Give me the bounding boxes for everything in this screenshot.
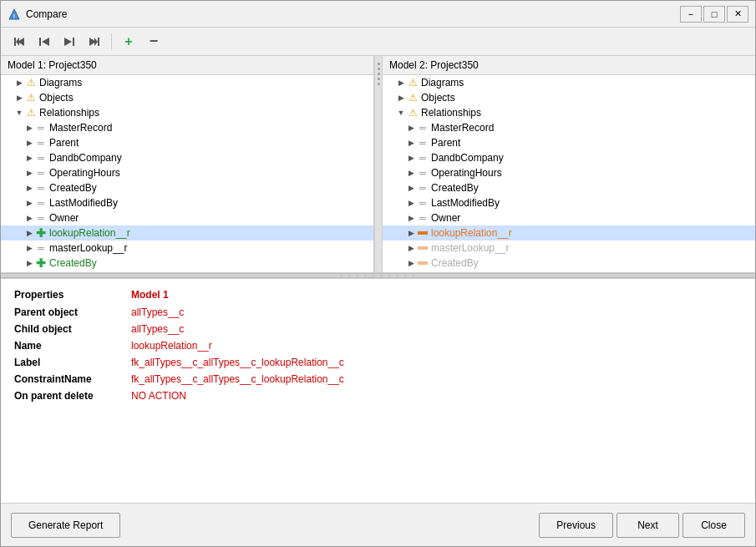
- close-button[interactable]: ✕: [727, 6, 748, 23]
- right-lookuprelation[interactable]: lookupRelation__r: [383, 225, 755, 241]
- left-masterlookup[interactable]: ═ masterLookup__r: [1, 241, 373, 256]
- objects-label-left: Objects: [39, 92, 74, 104]
- right-lastmodifiedby2[interactable]: LastModifiedBy: [383, 271, 755, 272]
- createdby2-label-left: CreatedBy: [49, 257, 97, 269]
- expand-diagrams-left[interactable]: [14, 78, 24, 88]
- footer-right: Previous Next Close: [539, 513, 745, 538]
- left-parent[interactable]: ═ Parent: [1, 135, 373, 150]
- expand-owner-right[interactable]: [406, 213, 416, 223]
- objects-label-right: Objects: [421, 92, 455, 104]
- expand-lastmod-left[interactable]: [24, 198, 34, 208]
- close-footer-button[interactable]: Close: [682, 513, 745, 538]
- expand-ophours-right[interactable]: [406, 168, 416, 178]
- expand-relationships-right[interactable]: [396, 108, 406, 118]
- expand-parent-right[interactable]: [406, 138, 416, 148]
- prop-label-childobject: Child object: [14, 321, 131, 337]
- right-diagrams[interactable]: ⚠ Diagrams: [383, 75, 755, 90]
- toolbar-last-button[interactable]: [83, 32, 106, 52]
- orange-bar-icon-lastmod2-right: [416, 271, 429, 272]
- left-createdby[interactable]: ═ CreatedBy: [1, 180, 373, 195]
- equal-icon-masterrecord-left: ═: [34, 121, 48, 134]
- lookup-label-right: lookupRelation__r: [431, 227, 512, 239]
- prop-label-name: Name: [14, 337, 131, 354]
- maximize-button[interactable]: □: [703, 6, 725, 23]
- toolbar-separator: [111, 33, 112, 50]
- lastmod-label-left: LastModifiedBy: [49, 197, 118, 209]
- owner-label-left: Owner: [49, 212, 79, 224]
- left-lastmodifiedby2[interactable]: ✚ LastModifiedBy: [1, 271, 373, 272]
- right-relationships[interactable]: ⚠ Relationships: [383, 105, 755, 120]
- prop-label-onparentdelete: On parent delete: [14, 387, 131, 404]
- expand-createdby2-left[interactable]: [24, 258, 34, 268]
- right-tree[interactable]: ⚠ Diagrams ⚠ Objects ⚠ Relationships ═ M…: [383, 75, 755, 272]
- right-createdby2[interactable]: CreatedBy: [383, 256, 755, 271]
- prop-value-constraintname: fk_allTypes__c_allTypes__c_lookupRelatio…: [131, 371, 742, 387]
- right-objects[interactable]: ⚠ Objects: [383, 90, 755, 105]
- expand-lookup-left[interactable]: [24, 228, 34, 238]
- ophours-label-right: OperatingHours: [431, 167, 502, 179]
- svg-marker-11: [94, 38, 98, 46]
- window-title: Compare: [26, 8, 680, 20]
- right-owner[interactable]: ═ Owner: [383, 210, 755, 225]
- toolbar-remove-button[interactable]: −: [142, 32, 165, 52]
- expand-masterlookup-right[interactable]: [406, 243, 416, 253]
- minimize-button[interactable]: −: [680, 6, 702, 23]
- previous-button[interactable]: Previous: [539, 513, 613, 538]
- left-objects[interactable]: ⚠ Objects: [1, 90, 373, 105]
- expand-masterlookup-left[interactable]: [24, 243, 34, 253]
- prop-value-onparentdelete: NO ACTION: [131, 387, 742, 404]
- left-masterrecord[interactable]: ═ MasterRecord: [1, 120, 373, 135]
- expand-diagrams-right[interactable]: [396, 78, 406, 88]
- left-diagrams[interactable]: ⚠ Diagrams: [1, 75, 373, 90]
- equal-icon-ophours-left: ═: [34, 166, 48, 180]
- title-bar: ! Compare − □ ✕: [1, 1, 755, 28]
- right-dandbcompany[interactable]: ═ DandbCompany: [383, 150, 755, 165]
- expand-ophours-left[interactable]: [24, 168, 34, 178]
- expand-dandb-right[interactable]: [406, 153, 416, 163]
- expand-owner-left[interactable]: [24, 213, 34, 223]
- left-createdby2[interactable]: ✚ CreatedBy: [1, 256, 373, 271]
- dot3: [378, 73, 380, 75]
- left-dandbcompany[interactable]: ═ DandbCompany: [1, 150, 373, 165]
- toolbar: + −: [1, 28, 755, 56]
- right-createdby[interactable]: ═ CreatedBy: [383, 180, 755, 195]
- expand-createdby-right[interactable]: [406, 183, 416, 193]
- model1-col-header: Model 1: [131, 286, 742, 304]
- equal-icon-lastmod-right: ═: [416, 196, 429, 210]
- right-masterrecord[interactable]: ═ MasterRecord: [383, 120, 755, 135]
- generate-report-button[interactable]: Generate Report: [11, 513, 120, 538]
- add-icon-lastmod2-left: ✚: [34, 271, 48, 272]
- dot1: [378, 63, 380, 65]
- left-relationships[interactable]: ⚠ Relationships: [1, 105, 373, 120]
- expand-objects-left[interactable]: [14, 93, 24, 103]
- expand-createdby-left[interactable]: [24, 183, 34, 193]
- expand-dandb-left[interactable]: [24, 153, 34, 163]
- right-operatinghours[interactable]: ═ OperatingHours: [383, 165, 755, 180]
- toolbar-first-button[interactable]: [8, 32, 31, 52]
- toolbar-next-diff-button[interactable]: [58, 32, 81, 52]
- left-lastmodifiedby[interactable]: ═ LastModifiedBy: [1, 195, 373, 210]
- expand-createdby2-right[interactable]: [406, 258, 416, 268]
- left-lookuprelation[interactable]: ✚ lookupRelation__r: [1, 225, 373, 241]
- properties-area: Properties Model 1 Parent object allType…: [1, 278, 755, 503]
- left-tree[interactable]: ⚠ Diagrams ⚠ Objects ⚠ Relationships ═ M…: [1, 75, 373, 272]
- left-operatinghours[interactable]: ═ OperatingHours: [1, 165, 373, 180]
- expand-objects-right[interactable]: [396, 93, 406, 103]
- right-parent[interactable]: ═ Parent: [383, 135, 755, 150]
- toolbar-add-button[interactable]: +: [117, 32, 140, 52]
- expand-lookup-right[interactable]: [406, 228, 416, 238]
- expand-masterrecord-left[interactable]: [24, 123, 34, 133]
- next-button[interactable]: Next: [616, 513, 679, 538]
- right-masterlookup[interactable]: masterLookup__r: [383, 241, 755, 256]
- expand-parent-left[interactable]: [24, 138, 34, 148]
- expand-masterrecord-right[interactable]: [406, 123, 416, 133]
- left-owner[interactable]: ═ Owner: [1, 210, 373, 225]
- toolbar-prev-diff-button[interactable]: [33, 32, 56, 52]
- expand-lastmod-right[interactable]: [406, 198, 416, 208]
- add-icon-createdby2-left: ✚: [34, 256, 48, 270]
- right-lastmodifiedby[interactable]: ═ LastModifiedBy: [383, 195, 755, 210]
- svg-rect-5: [39, 38, 41, 46]
- lookup-label-left: lookupRelation__r: [49, 227, 130, 239]
- equal-icon-owner-left: ═: [34, 211, 48, 225]
- expand-relationships-left[interactable]: [14, 108, 24, 118]
